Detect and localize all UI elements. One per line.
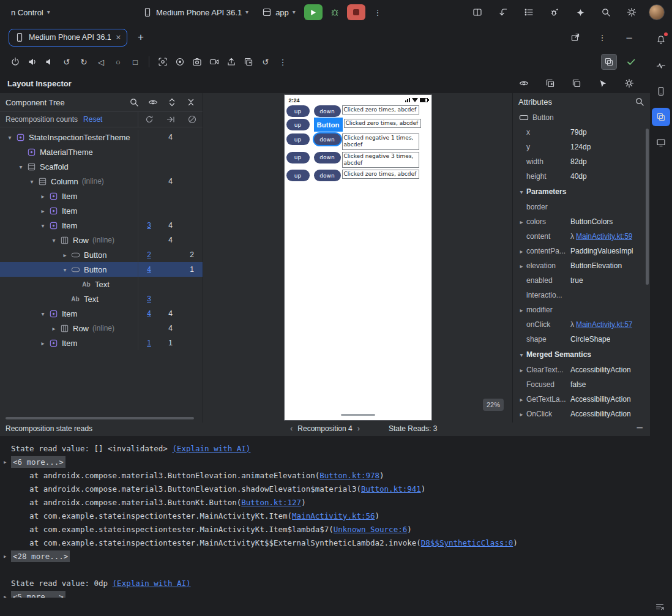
- attribute-row-width[interactable]: width82dp: [513, 154, 650, 169]
- tree-node-row-7[interactable]: ▾Row(inline)4: [0, 233, 203, 247]
- chevron-down-icon[interactable]: ▾: [517, 351, 526, 358]
- tree-horizontal-scrollbar[interactable]: [6, 417, 194, 419]
- tree-node-stateinspectiontestertheme-0[interactable]: ▾StateInspectionTesterTheme4: [0, 130, 203, 145]
- up-button[interactable]: up: [286, 133, 310, 145]
- attribute-row-gettextla[interactable]: ▸GetTextLa...AccessibilityAction: [513, 392, 650, 407]
- attribute-row-enabled[interactable]: enabledtrue: [513, 273, 650, 288]
- chevron-right-icon[interactable]: ▸: [517, 411, 526, 418]
- previous-recomposition-button[interactable]: ‹: [290, 424, 293, 433]
- device-streaming-button[interactable]: [469, 4, 486, 21]
- hide-panel-button[interactable]: ─: [621, 29, 638, 46]
- tree-filter-button[interactable]: [147, 96, 159, 108]
- chevron-right-icon[interactable]: ▸: [49, 325, 59, 332]
- event-log-icon[interactable]: [655, 602, 665, 612]
- chevron-right-icon[interactable]: ▸: [517, 263, 526, 269]
- highlight-off-column-icon[interactable]: [181, 115, 203, 124]
- snapshots-button[interactable]: [241, 54, 256, 70]
- attribute-row-contentpa[interactable]: ▸contentPa...PaddingValuesImpl: [513, 244, 650, 258]
- up-button[interactable]: up: [286, 152, 310, 163]
- connected-status-button[interactable]: [623, 54, 639, 70]
- attributes-scrollbar[interactable]: [646, 129, 649, 285]
- share-button[interactable]: [223, 54, 239, 70]
- more-run-actions-button[interactable]: ⋮: [369, 4, 386, 21]
- attribute-row-y[interactable]: y124dp: [513, 140, 650, 154]
- fold-expander-icon[interactable]: ▸: [3, 590, 7, 598]
- home-button[interactable]: ○: [110, 54, 126, 70]
- user-avatar[interactable]: [649, 4, 665, 20]
- device-manager-button[interactable]: [652, 82, 670, 100]
- notifications-button[interactable]: [652, 31, 670, 49]
- up-button[interactable]: up: [286, 105, 310, 117]
- attribute-row-focused[interactable]: Focusedfalse: [513, 377, 650, 392]
- tree-node-row-13[interactable]: ▸Row(inline)4: [0, 321, 203, 336]
- collapse-all-button[interactable]: [185, 96, 197, 108]
- tree-node-materialtheme-1[interactable]: MaterialTheme: [0, 145, 203, 159]
- select-component-button[interactable]: [594, 75, 611, 92]
- recomposition-count-link[interactable]: 4: [138, 306, 160, 321]
- camera-button[interactable]: [189, 54, 205, 70]
- tab-options-button[interactable]: ⋮: [594, 29, 611, 46]
- next-recomposition-button[interactable]: ›: [357, 424, 360, 433]
- up-button[interactable]: up: [286, 170, 310, 181]
- console-link[interactable]: (Explain with AI): [172, 444, 250, 453]
- profiler-button[interactable]: [652, 56, 670, 75]
- section-parameters[interactable]: ▾Parameters: [513, 184, 650, 200]
- ai-debug-button[interactable]: [546, 4, 563, 21]
- emulator-more-button[interactable]: ⋮: [275, 54, 291, 70]
- console-link[interactable]: Unknown Source:6: [334, 525, 407, 534]
- down-button[interactable]: down: [314, 170, 341, 181]
- inspector-settings-button[interactable]: [621, 75, 638, 92]
- console-link[interactable]: (Explain with AI): [113, 579, 191, 588]
- chevron-right-icon[interactable]: ▸: [517, 396, 526, 403]
- source-location-link[interactable]: MainActivity.kt:59: [576, 232, 632, 241]
- attribute-row-colors[interactable]: ▸colorsButtonColors: [513, 214, 650, 229]
- attribute-row-onclick[interactable]: ▸OnClickAccessibilityAction: [513, 407, 650, 421]
- recomposition-count-link[interactable]: 3: [138, 218, 160, 233]
- sync-button[interactable]: [495, 4, 512, 21]
- chevron-right-icon[interactable]: ▸: [60, 252, 70, 258]
- gemini-button[interactable]: [572, 4, 589, 21]
- video-capture-button[interactable]: [206, 54, 222, 70]
- settings-button[interactable]: [623, 4, 640, 21]
- snapshot-export-button[interactable]: [542, 75, 559, 92]
- close-tab-icon[interactable]: ✕: [116, 34, 121, 42]
- device-selector[interactable]: Medium Phone API 36.1 ▾: [138, 5, 253, 20]
- show-recomposition-button[interactable]: [515, 75, 532, 92]
- copy-view-button[interactable]: [568, 75, 585, 92]
- fold-expander-icon[interactable]: ▸: [3, 550, 7, 563]
- screen-record-button[interactable]: [172, 54, 188, 70]
- tree-node-text-11[interactable]: AbText3: [0, 291, 203, 306]
- device-screenshot[interactable]: 2:24 updownClicked zero times, abcdefupB…: [284, 94, 432, 421]
- attribute-row-content[interactable]: contentλMainActivity.kt:59: [513, 229, 650, 244]
- folded-frames-chip[interactable]: <28 more...>: [11, 550, 70, 562]
- attribute-row-cleartext[interactable]: ▸ClearText...AccessibilityAction: [513, 362, 650, 377]
- layout-inspector-tool-button[interactable]: [652, 108, 670, 126]
- chevron-right-icon[interactable]: ▸: [38, 208, 48, 214]
- chevron-right-icon[interactable]: ▸: [517, 307, 526, 314]
- overview-button[interactable]: □: [127, 54, 143, 70]
- todo-list-button[interactable]: [520, 4, 537, 21]
- search-everywhere-button[interactable]: [597, 4, 614, 21]
- recomposition-count-link[interactable]: 2: [138, 247, 160, 262]
- chevron-down-icon[interactable]: ▾: [16, 163, 26, 170]
- tree-node-button-8[interactable]: ▸Button22: [0, 247, 203, 262]
- layout-inspector-toggle[interactable]: [601, 54, 617, 70]
- down-button[interactable]: down: [314, 152, 341, 163]
- attribute-row-elevation[interactable]: ▸elevationButtonElevation: [513, 258, 650, 273]
- search-icon[interactable]: [635, 97, 644, 107]
- tree-node-item-6[interactable]: ▾Item34: [0, 218, 203, 233]
- chevron-down-icon[interactable]: ▾: [27, 178, 37, 185]
- run-button[interactable]: [304, 4, 323, 20]
- attribute-row-interactio[interactable]: interactio...: [513, 288, 650, 302]
- chevron-down-icon[interactable]: ▾: [5, 134, 15, 141]
- tree-node-scaffold-2[interactable]: ▾Scaffold: [0, 159, 203, 174]
- attribute-row-height[interactable]: height40dp: [513, 169, 650, 184]
- chevron-right-icon[interactable]: ▸: [517, 219, 526, 225]
- chevron-down-icon[interactable]: ▾: [60, 266, 70, 273]
- chevron-right-icon[interactable]: ▸: [517, 367, 526, 374]
- chevron-right-icon[interactable]: ▸: [38, 340, 48, 347]
- down-button[interactable]: down: [314, 133, 341, 145]
- recomposition-count-link[interactable]: 3: [138, 291, 160, 306]
- tree-node-item-14[interactable]: ▸Item11: [0, 336, 203, 350]
- debug-button[interactable]: [326, 4, 343, 21]
